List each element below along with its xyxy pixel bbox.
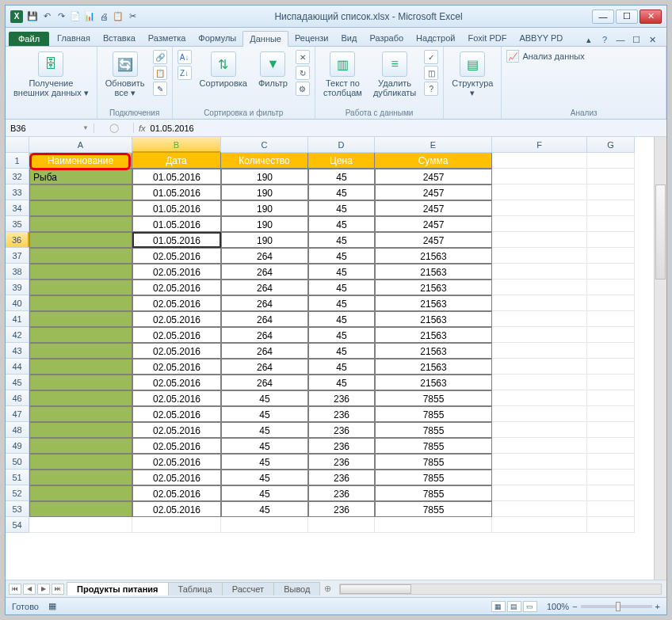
cell-c[interactable]: 45 [221,470,308,485]
cell-d[interactable]: 45 [308,248,375,264]
ribbon-tab[interactable]: Формулы [192,31,242,46]
ribbon-tab[interactable]: Foxit PDF [462,31,514,46]
cell-d[interactable]: 45 [308,327,375,343]
cell[interactable] [587,264,635,280]
cell-e[interactable]: 21563 [375,327,492,343]
cell-a[interactable] [29,406,132,422]
cell-e[interactable]: 21563 [375,359,492,375]
cell-a[interactable] [29,485,132,501]
get-external-data-button[interactable]: 🗄 Получение внешних данных ▾ [10,50,92,99]
cell-c[interactable]: 45 [221,485,308,501]
column-header[interactable]: A [29,137,132,153]
cell[interactable] [587,470,635,485]
ribbon-tab[interactable]: Данные [242,31,288,47]
ribbon-tab[interactable]: ABBYY PD [513,31,569,46]
cell-b[interactable]: 01.05.2016 [132,216,221,232]
ribbon-tab[interactable]: Вид [335,31,364,46]
row-header[interactable]: 41 [6,311,29,327]
cell[interactable] [587,200,635,216]
ribbon-tab[interactable]: Главная [51,31,97,46]
sheet-nav-first[interactable]: ⏮ [9,584,21,595]
cell-a[interactable]: Рыба [29,169,132,184]
tab-file[interactable]: Файл [9,32,49,46]
fx-icon[interactable]: fx [139,124,146,133]
cell[interactable] [492,248,587,264]
data-analysis-button[interactable]: 📈 Анализ данных [506,50,584,63]
column-header[interactable]: F [492,137,587,153]
qat-button[interactable]: 🖨 [97,10,110,23]
cell-c[interactable]: 190 [221,232,308,248]
cell-e[interactable]: 7855 [375,485,492,501]
row-header[interactable]: 33 [6,184,29,200]
cell-e[interactable]: 7855 [375,470,492,485]
qat-button[interactable]: 📋 [112,10,124,23]
cell-a[interactable] [29,264,132,280]
cell-d[interactable]: 45 [308,295,375,311]
row-header[interactable]: 38 [6,264,29,280]
ribbon-tab[interactable]: Рецензи [288,31,335,46]
row-header[interactable]: 35 [6,216,29,232]
cell-b[interactable]: 02.05.2016 [132,470,221,485]
cell-d[interactable]: 236 [308,454,375,470]
cell-c[interactable]: 190 [221,216,308,232]
doc-restore-button[interactable]: ☐ [630,33,643,46]
ribbon-tab[interactable]: Надстрой [410,31,461,46]
cell-a[interactable] [29,470,132,485]
cell[interactable] [587,280,635,295]
cell[interactable] [492,390,587,406]
cell-e[interactable]: 2457 [375,200,492,216]
cell[interactable] [587,248,635,264]
cell-b[interactable]: 02.05.2016 [132,438,221,454]
cell-a[interactable] [29,501,132,517]
sheet-tab[interactable]: Вывод [273,582,320,595]
row-header[interactable]: 40 [6,295,29,311]
cell[interactable] [492,216,587,232]
cell[interactable] [492,295,587,311]
cell-c[interactable]: 264 [221,311,308,327]
refresh-all-button[interactable]: 🔄 Обновить все ▾ [102,50,148,99]
connections-icon[interactable]: 🔗 [153,50,167,64]
cell-e[interactable]: 2457 [375,232,492,248]
doc-minimize-button[interactable]: — [614,33,627,46]
sheet-tab[interactable]: Рассчет [222,582,275,595]
cell-c[interactable]: 264 [221,375,308,390]
cell[interactable] [132,517,221,533]
column-header[interactable]: C [221,137,308,153]
cell-c[interactable]: 190 [221,169,308,184]
reapply-icon[interactable]: ↻ [296,66,310,80]
cell-a[interactable] [29,438,132,454]
cell-d[interactable]: 45 [308,200,375,216]
cell-c[interactable]: 45 [221,454,308,470]
cell-c[interactable]: 45 [221,422,308,438]
cell[interactable] [587,422,635,438]
cell-e[interactable]: 7855 [375,422,492,438]
row-header[interactable]: 34 [6,200,29,216]
row-header[interactable]: 44 [6,359,29,375]
cell-b[interactable]: 02.05.2016 [132,390,221,406]
cell-c[interactable]: 45 [221,390,308,406]
qat-button[interactable]: ✂ [126,10,139,23]
cell-b[interactable]: 01.05.2016 [132,169,221,184]
cell-d[interactable]: 236 [308,438,375,454]
cell[interactable] [492,327,587,343]
cell-e[interactable]: 7855 [375,390,492,406]
qat-button[interactable]: 💾 [26,10,39,23]
cell-b[interactable]: 01.05.2016 [132,232,221,248]
data-validation-icon[interactable]: ✓ [424,50,438,64]
new-sheet-button[interactable]: ⊕ [320,584,334,594]
cell-e[interactable]: 2457 [375,184,492,200]
cell[interactable] [492,343,587,359]
cell-d[interactable]: 45 [308,169,375,184]
cell[interactable] [587,517,635,533]
macro-icon[interactable]: ▦ [48,601,56,611]
cell-c[interactable]: 264 [221,343,308,359]
cell-b[interactable]: 02.05.2016 [132,343,221,359]
cell[interactable] [221,517,308,533]
edit-links-icon[interactable]: ✎ [153,82,167,96]
cell-b[interactable]: 02.05.2016 [132,311,221,327]
sheet-nav-prev[interactable]: ◀ [23,584,36,595]
cell-b[interactable]: 02.05.2016 [132,280,221,295]
column-header[interactable]: G [587,137,635,153]
row-header[interactable]: 42 [6,327,29,343]
cell[interactable] [587,454,635,470]
